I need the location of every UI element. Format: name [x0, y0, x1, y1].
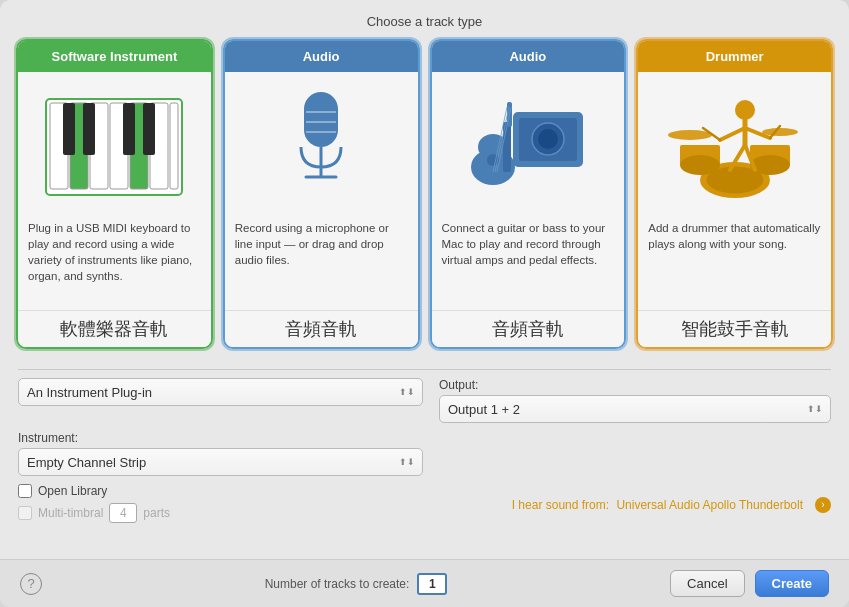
footer-center: Number of tracks to create:: [42, 573, 670, 595]
sound-from-row: I hear sound from: Universal Audio Apoll…: [512, 497, 831, 513]
sound-from-chevron-icon[interactable]: ›: [815, 497, 831, 513]
svg-point-40: [735, 100, 755, 120]
piano-icon-area: [28, 82, 201, 212]
card-audio-mic[interactable]: Audio: [223, 39, 420, 349]
dialog: Choose a track type Software Instrument: [0, 0, 849, 607]
output-select-wrapper[interactable]: Output 1 + 2: [439, 395, 831, 423]
selects-row: An Instrument Plug-in Output: Output 1 +…: [18, 378, 831, 423]
card-body-audio-guitar: Connect a guitar or bass to your Mac to …: [432, 72, 625, 310]
card-footer-audio-guitar: 音頻音軌: [432, 310, 625, 347]
svg-rect-7: [170, 103, 178, 189]
card-header-software: Software Instrument: [18, 41, 211, 72]
section-divider: [18, 369, 831, 370]
svg-line-42: [720, 128, 745, 140]
card-description-software: Plug in a USB MIDI keyboard to play and …: [28, 220, 201, 284]
card-header-audio-guitar: Audio: [432, 41, 625, 72]
dialog-title: Choose a track type: [0, 0, 849, 39]
svg-point-39: [762, 128, 798, 136]
guitar-icon: [463, 92, 593, 202]
guitar-icon-area: [442, 82, 615, 212]
multitimbral-number-input[interactable]: [109, 503, 137, 523]
card-header-audio-mic: Audio: [225, 41, 418, 72]
card-header-drummer: Drummer: [638, 41, 831, 72]
output-label: Output:: [439, 378, 831, 392]
piano-icon: [44, 97, 184, 197]
card-description-audio-mic: Record using a microphone or line input …: [235, 220, 408, 268]
card-drummer[interactable]: Drummer: [636, 39, 833, 349]
microphone-icon-area: [235, 82, 408, 212]
card-footer-audio-mic: 音頻音軌: [225, 310, 418, 347]
svg-point-21: [538, 129, 558, 149]
svg-rect-10: [123, 103, 135, 155]
input-select[interactable]: An Instrument Plug-in: [18, 378, 423, 406]
svg-point-37: [750, 155, 790, 175]
tracks-label: Number of tracks to create:: [265, 577, 410, 591]
card-footer-drummer: 智能鼓手音軌: [638, 310, 831, 347]
dialog-footer: ? Number of tracks to create: Cancel Cre…: [0, 559, 849, 607]
instrument-select-wrapper[interactable]: Empty Channel Strip: [18, 448, 423, 476]
create-button[interactable]: Create: [755, 570, 829, 597]
card-footer-software: 軟體樂器音軌: [18, 310, 211, 347]
help-button[interactable]: ?: [20, 573, 42, 595]
svg-rect-12: [304, 92, 338, 147]
checkboxes-col: Open Library Multi-timbral parts: [18, 484, 170, 523]
card-software-instrument[interactable]: Software Instrument: [16, 39, 213, 349]
instrument-row: Instrument: Empty Channel Strip: [18, 431, 831, 476]
multitimbral-label: Multi-timbral: [38, 506, 103, 520]
cancel-button[interactable]: Cancel: [670, 570, 744, 597]
svg-point-34: [680, 155, 720, 175]
options-section: An Instrument Plug-in Output: Output 1 +…: [0, 349, 849, 523]
svg-rect-11: [143, 103, 155, 155]
sound-from-text: I hear sound from: Universal Audio Apoll…: [512, 498, 803, 512]
output-select-col: Output: Output 1 + 2: [439, 378, 831, 423]
output-select[interactable]: Output 1 + 2: [439, 395, 831, 423]
instrument-select[interactable]: Empty Channel Strip: [18, 448, 423, 476]
track-cards-container: Software Instrument: [0, 39, 849, 349]
sound-from-prefix: I hear sound from:: [512, 498, 609, 512]
multitimbral-suffix: parts: [143, 506, 170, 520]
card-body-software: Plug in a USB MIDI keyboard to play and …: [18, 72, 211, 310]
card-audio-guitar[interactable]: Audio: [430, 39, 627, 349]
drummer-icon-area: [648, 82, 821, 212]
card-description-audio-guitar: Connect a guitar or bass to your Mac to …: [442, 220, 615, 268]
microphone-icon: [276, 87, 366, 207]
multitimbral-checkbox[interactable]: [18, 506, 32, 520]
drummer-icon: [665, 90, 805, 205]
card-body-audio-mic: Record using a microphone or line input …: [225, 72, 418, 310]
checkboxes-sound-row: Open Library Multi-timbral parts I hear …: [18, 484, 831, 523]
footer-buttons: Cancel Create: [670, 570, 829, 597]
open-library-checkbox[interactable]: [18, 484, 32, 498]
svg-rect-8: [63, 103, 75, 155]
svg-rect-9: [83, 103, 95, 155]
input-select-wrapper[interactable]: An Instrument Plug-in: [18, 378, 423, 406]
card-body-drummer: Add a drummer that automatically plays a…: [638, 72, 831, 310]
instrument-label: Instrument:: [18, 431, 831, 445]
tracks-number-input[interactable]: [417, 573, 447, 595]
open-library-label[interactable]: Open Library: [38, 484, 107, 498]
svg-point-38: [668, 130, 712, 140]
card-description-drummer: Add a drummer that automatically plays a…: [648, 220, 821, 252]
multitimbral-row[interactable]: Multi-timbral parts: [18, 503, 170, 523]
input-select-col: An Instrument Plug-in: [18, 378, 423, 423]
open-library-row[interactable]: Open Library: [18, 484, 170, 498]
sound-from-device: Universal Audio Apollo Thunderbolt: [616, 498, 803, 512]
